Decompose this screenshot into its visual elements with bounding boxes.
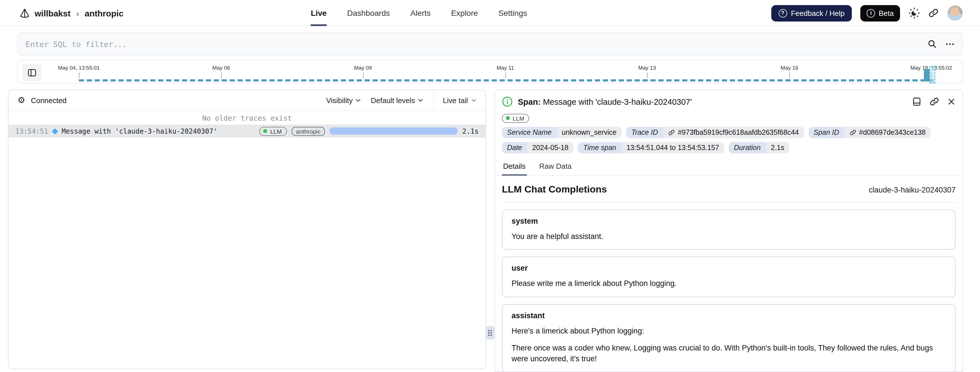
prop-value: #973fba5919cf9c618aafdb2635f68c44 <box>678 128 799 136</box>
link-icon <box>668 129 675 136</box>
span-diamond-icon <box>52 128 58 135</box>
time-span-pill: Time span 13:54:51.044 to 13:54:53.157 <box>578 142 724 153</box>
llm-badge-label: LLM <box>513 115 524 122</box>
timeline-tickmark <box>363 73 364 78</box>
message-role: user <box>512 264 946 272</box>
timeline-tickmark <box>647 73 648 78</box>
message-content: You are a helpful assistant. <box>512 231 946 242</box>
model-name: claude-3-haiku-20240307 <box>869 185 956 194</box>
tab-raw-data[interactable]: Raw Data <box>538 158 573 175</box>
source-badge: anthropic <box>291 127 325 136</box>
info-circle-icon <box>502 96 513 107</box>
timeline-tickmark <box>789 73 790 78</box>
app-window: willbakst › anthropic Live Dashboards Al… <box>0 0 980 372</box>
live-tail-label: Live tail <box>443 96 468 104</box>
split-view-button[interactable] <box>912 97 921 106</box>
chevron-down-icon <box>471 98 476 102</box>
user-avatar[interactable] <box>947 5 963 21</box>
trace-duration: 2.1s <box>462 127 479 135</box>
search-button[interactable] <box>927 39 937 49</box>
copy-span-link-button[interactable] <box>929 97 939 106</box>
timeline-tickmark <box>79 73 80 78</box>
app-logo-icon <box>19 8 30 18</box>
trace-row[interactable]: 13:54:51 Message with 'claude-3-haiku-20… <box>8 125 485 138</box>
default-levels-label: Default levels <box>371 96 415 104</box>
question-icon: ? <box>778 9 787 17</box>
sidebar-toggle-button[interactable] <box>22 64 41 81</box>
prop-value: 2024-05-18 <box>527 142 574 153</box>
prop-value: 13:54:51.044 to 13:54:53.157 <box>621 142 724 153</box>
visibility-label: Visibility <box>326 96 352 104</box>
panel-resize-handle[interactable] <box>485 326 495 340</box>
llm-type-badge: LLM <box>502 114 530 123</box>
timeline-tick-label: May 09 <box>354 65 372 71</box>
prop-label: Date <box>502 142 527 153</box>
connection-status-label: Connected <box>31 96 67 104</box>
timeline-dashed-series[interactable] <box>79 79 934 82</box>
breadcrumb-team[interactable]: willbakst <box>35 8 71 18</box>
span-detail-panel: Span: Message with 'claude-3-haiku-20240… <box>495 89 963 372</box>
message-content: There once was a coder who knew, Logging… <box>512 343 946 365</box>
gear-icon[interactable] <box>18 95 25 105</box>
link-icon <box>929 97 939 106</box>
span-id-pill[interactable]: Span ID #d08697de343ce138 <box>808 127 931 138</box>
tab-details[interactable]: Details <box>502 158 527 175</box>
prop-label: Span ID <box>808 127 844 138</box>
more-options-button[interactable] <box>945 40 955 48</box>
message-card-assistant: assistant Here's a limerick about Python… <box>502 304 956 372</box>
date-pill: Date 2024-05-18 <box>502 142 574 153</box>
prop-value: 2.1s <box>765 142 789 153</box>
header-actions: ? Feedback / Help i Beta <box>771 0 963 26</box>
sidebar-panel-icon <box>27 68 37 77</box>
message-content: Please write me a limerick about Python … <box>512 279 946 290</box>
default-levels-dropdown[interactable]: Default levels <box>371 96 423 104</box>
timeline-histogram-bar[interactable] <box>924 69 929 82</box>
time-histogram: May 04, 13:55:01 May 06 May 09 May 11 Ma… <box>17 60 963 84</box>
main-nav-tabs: Live Dashboards Alerts Explore Settings <box>311 0 527 26</box>
chevron-down-icon <box>356 98 361 102</box>
trace-list-header: Connected Visibility Default levels <box>8 90 485 111</box>
beta-button[interactable]: i Beta <box>861 5 900 21</box>
duration-bar <box>329 127 458 135</box>
green-dot-icon <box>506 116 510 120</box>
span-detail-header: Span: Message with 'claude-3-haiku-20240… <box>495 90 963 111</box>
trace-id-pill[interactable]: Trace ID #973fba5919cf9c618aafdb2635f68c… <box>626 127 804 138</box>
tab-explore[interactable]: Explore <box>451 0 478 26</box>
tab-dashboards[interactable]: Dashboards <box>347 0 390 26</box>
prop-label: Service Name <box>502 127 557 138</box>
copy-link-button[interactable] <box>928 8 939 18</box>
visibility-dropdown[interactable]: Visibility <box>326 96 360 104</box>
message-content: Here's a limerick about Python logging: <box>512 326 946 337</box>
chevron-down-icon <box>418 98 423 102</box>
tab-settings[interactable]: Settings <box>498 0 527 26</box>
prop-label: Time span <box>578 142 622 153</box>
detail-tabs: Details Raw Data <box>495 158 963 176</box>
breadcrumb-source[interactable]: anthropic <box>85 8 124 18</box>
prop-label: Duration <box>729 142 766 153</box>
timeline-tickmark <box>221 73 222 78</box>
sql-filter-input[interactable] <box>25 40 927 48</box>
timeline-tick-label: May 06 <box>212 65 230 71</box>
feedback-help-label: Feedback / Help <box>791 9 845 17</box>
tab-alerts[interactable]: Alerts <box>410 0 431 26</box>
grip-dots-icon <box>488 329 492 336</box>
prop-value: #d08697de343ce138 <box>859 128 926 136</box>
close-icon <box>947 97 956 106</box>
section-title: LLM Chat Completions <box>502 184 607 195</box>
duration-pill: Duration 2.1s <box>729 142 789 153</box>
live-tail-dropdown[interactable]: Live tail <box>434 90 485 111</box>
prop-label: Trace ID <box>626 127 663 138</box>
message-card-user: user Please write me a limerick about Py… <box>502 257 956 298</box>
span-title: Message with 'claude-3-haiku-20240307' <box>543 97 692 106</box>
beta-label: Beta <box>879 9 894 17</box>
llm-badge-label: LLM <box>270 128 282 135</box>
prop-value: unknown_service <box>557 127 622 138</box>
info-icon: i <box>867 9 875 17</box>
feedback-help-button[interactable]: ? Feedback / Help <box>771 5 852 21</box>
close-panel-button[interactable] <box>947 97 956 106</box>
tab-live[interactable]: Live <box>311 0 327 26</box>
breadcrumb[interactable]: willbakst › anthropic <box>19 0 123 26</box>
timeline-selection-region[interactable] <box>929 66 935 83</box>
message-role: assistant <box>512 312 946 320</box>
theme-toggle-button[interactable] <box>908 7 920 19</box>
